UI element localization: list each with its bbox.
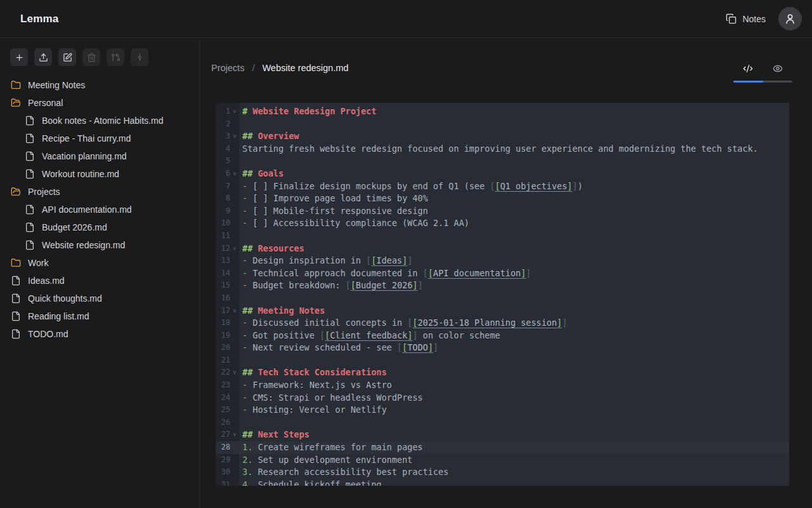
code-line[interactable]: ## Meeting Notes [239, 305, 789, 318]
tree-folder-meeting-notes[interactable]: Meeting Notes [0, 76, 199, 94]
code-line[interactable] [239, 292, 789, 305]
tab-source-view[interactable] [733, 60, 763, 77]
code-line[interactable]: 1. Create wireframes for main pages [239, 441, 789, 454]
code-line[interactable]: Starting fresh website redesign focused … [239, 143, 789, 156]
tree-folder-projects[interactable]: Projects [0, 183, 199, 201]
upload-button[interactable] [34, 48, 52, 66]
breadcrumb-parent[interactable]: Projects [211, 63, 244, 73]
tree-file-recipe-thai-curry-md[interactable]: Recipe - Thai curry.md [0, 130, 199, 147]
gutter: 19 [216, 330, 239, 342]
code-line[interactable]: 2. Set up development environment [239, 454, 789, 467]
file-icon [11, 293, 21, 304]
code-line[interactable]: ## Next Steps [239, 429, 789, 441]
file-toolbar [0, 39, 199, 72]
tree-file-budget-2026-md[interactable]: Budget 2026.md [0, 218, 199, 236]
editor-line-27: 27v## Next Steps [216, 429, 789, 441]
editor-line-28: 281. Create wireframes for main pages [216, 441, 789, 454]
fold-chevron-down-icon[interactable]: v [230, 105, 239, 118]
tree-file-api-documentation-md[interactable]: API documentation.md [0, 201, 199, 218]
tree-item-label: Projects [28, 187, 60, 197]
editor-line-9: 9- [ ] Mobile-first responsive design [216, 205, 789, 218]
tab-indicator-preview-view [763, 81, 793, 83]
code-line[interactable]: - Design inspiration in [[Ideas]] [239, 255, 789, 267]
fold-chevron-down-icon[interactable]: v [230, 130, 239, 143]
editor-line-10: 10- [ ] Accessibility compliance (WCAG 2… [216, 217, 789, 230]
code-line[interactable]: - [ ] Improve page load times by 40% [239, 192, 789, 205]
line-number: 20 [216, 342, 230, 354]
code-line[interactable]: - [ ] Finalize design mockups by end of … [239, 180, 789, 193]
editor-line-30: 303. Research accessibility best practic… [216, 466, 789, 479]
code-line[interactable]: - Technical approach documented in [[API… [239, 267, 789, 280]
sidebar: Meeting NotesPersonalBook notes - Atomic… [0, 39, 200, 508]
code-line[interactable]: ## Tech Stack Considerations [239, 366, 789, 379]
editor-line-18: 18- Discussed initial concepts in [[2025… [216, 317, 789, 330]
eye-icon [773, 64, 783, 74]
line-number: 28 [216, 441, 230, 454]
code-line[interactable]: - Hosting: Vercel or Netlify [239, 404, 789, 417]
code-line[interactable]: - [ ] Mobile-first responsive design [239, 205, 789, 218]
tree-file-reading-list-md[interactable]: Reading list.md [0, 307, 199, 325]
line-number: 14 [216, 267, 230, 280]
fold-chevron-down-icon[interactable]: v [230, 429, 239, 441]
code-line[interactable] [239, 354, 789, 367]
code-line[interactable]: - Budget breakdown: [[Budget 2026]] [239, 279, 789, 292]
line-number: 19 [216, 330, 230, 342]
tree-file-quick-thoughts-md[interactable]: Quick thoughts.md [0, 290, 199, 307]
code-line[interactable] [239, 417, 789, 429]
code-line[interactable]: ## Overview [239, 130, 789, 143]
app-title: Lemma [20, 13, 59, 25]
gutter: 22v [216, 366, 239, 379]
tree-file-website-redesign-md[interactable]: Website redesign.md [0, 236, 199, 254]
markdown-editor[interactable]: 1v# Website Redesign Project23v## Overvi… [216, 103, 789, 486]
code-icon [743, 64, 753, 74]
tree-file-workout-routine-md[interactable]: Workout routine.md [0, 165, 199, 183]
view-mode-tabs [733, 60, 792, 83]
editor-line-22: 22v## Tech Stack Considerations [216, 366, 789, 379]
code-line[interactable]: - Got positive [[Client feedback]] on co… [239, 330, 789, 342]
code-line[interactable]: 4. Schedule kickoff meeting [239, 479, 789, 486]
tree-folder-personal[interactable]: Personal [0, 94, 199, 112]
file-icon [25, 222, 35, 232]
folder-closed-icon [11, 258, 21, 268]
line-number: 23 [216, 379, 230, 392]
code-line[interactable]: - Framework: Next.js vs Astro [239, 379, 789, 392]
code-line[interactable] [239, 230, 789, 243]
tree-file-book-notes-atomic-habits-md[interactable]: Book notes - Atomic Habits.md [0, 112, 199, 130]
tree-file-vacation-planning-md[interactable]: Vacation planning.md [0, 147, 199, 165]
tree-file-todo-md[interactable]: TODO.md [0, 325, 199, 343]
editor-line-4: 4Starting fresh website redesign focused… [216, 143, 789, 156]
line-number: 6 [216, 168, 230, 180]
gutter: 29 [216, 454, 239, 467]
gutter: 13 [216, 255, 239, 267]
line-number: 10 [216, 217, 230, 230]
file-icon [11, 329, 21, 339]
code-line[interactable]: 3. Research accessibility best practices [239, 466, 789, 479]
gutter: 12v [216, 243, 239, 255]
tab-preview-view[interactable] [763, 60, 793, 77]
tree-folder-work[interactable]: Work [0, 254, 199, 272]
code-line[interactable]: # Website Redesign Project [239, 105, 789, 118]
fold-chevron-down-icon[interactable]: v [230, 243, 239, 255]
tree-item-label: Ideas.md [28, 276, 65, 286]
edit-button[interactable] [58, 48, 76, 66]
fold-chevron-down-icon[interactable]: v [230, 168, 239, 180]
code-line[interactable]: - Discussed initial concepts in [[2025-0… [239, 317, 789, 330]
editor-line-29: 292. Set up development environment [216, 454, 789, 467]
avatar-button[interactable] [778, 7, 802, 30]
notes-button[interactable]: Notes [726, 13, 766, 24]
tree-file-ideas-md[interactable]: Ideas.md [0, 272, 199, 290]
fold-chevron-down-icon[interactable]: v [230, 305, 239, 318]
git-commit-button [131, 48, 148, 66]
code-line[interactable]: - CMS: Strapi or headless WordPress [239, 392, 789, 404]
code-line[interactable] [239, 155, 789, 168]
code-line[interactable]: - [ ] Accessibility compliance (WCAG 2.1… [239, 217, 789, 230]
new-note-button[interactable] [10, 48, 28, 66]
file-icon [25, 133, 35, 144]
tree-item-label: Reading list.md [28, 311, 89, 321]
editor-line-5: 5 [216, 155, 789, 168]
fold-chevron-down-icon[interactable]: v [230, 366, 239, 379]
code-line[interactable] [239, 118, 789, 131]
code-line[interactable]: ## Resources [239, 243, 789, 255]
code-line[interactable]: ## Goals [239, 168, 789, 180]
code-line[interactable]: - Next review scheduled - see [[TODO]] [239, 342, 789, 354]
